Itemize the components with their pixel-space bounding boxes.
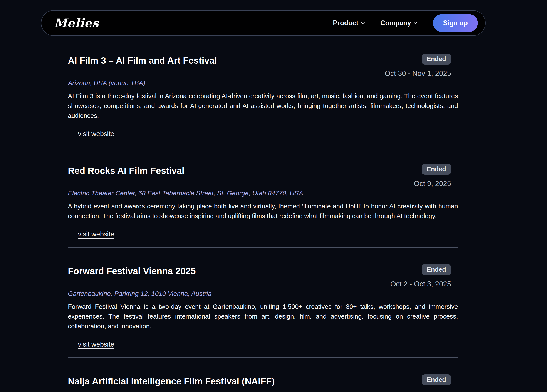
status-badge: Ended xyxy=(422,374,451,385)
nav-item-product[interactable]: Product xyxy=(333,19,364,27)
status-badge: Ended xyxy=(422,164,451,175)
event-card-header: AI Film 3 – AI Film and Art Festival End… xyxy=(68,55,458,78)
event-title: Naija Artificial Intelligence Film Festi… xyxy=(68,376,275,386)
event-card: Red Rocks AI Film Festival Ended Oct 9, … xyxy=(68,147,458,248)
brand-logo[interactable]: Melies xyxy=(54,16,99,30)
event-list: AI Film 3 – AI Film and Art Festival End… xyxy=(68,36,458,392)
event-meta: Ended Oct 2 - Oct 3, 2025 xyxy=(390,264,458,288)
event-date: Oct 9, 2025 xyxy=(414,179,451,188)
link-row: visit website xyxy=(78,340,458,348)
event-title: Red Rocks AI Film Festival xyxy=(68,165,184,176)
event-title: Forward Festival Vienna 2025 xyxy=(68,266,196,276)
visit-website-link[interactable]: visit website xyxy=(78,230,114,238)
event-card: AI Film 3 – AI Film and Art Festival End… xyxy=(68,55,458,147)
nav-menu: Product Company Sign up xyxy=(333,14,478,32)
nav-item-company[interactable]: Company xyxy=(380,19,417,27)
event-description: AI Film 3 is a three-day festival in Ari… xyxy=(68,91,458,120)
nav-item-company-label: Company xyxy=(380,19,411,27)
nav-item-product-label: Product xyxy=(333,19,358,27)
navbar: Melies Product Company Sign up xyxy=(41,10,486,36)
event-card-header: Red Rocks AI Film Festival Ended Oct 9, … xyxy=(68,165,458,188)
event-card-header: Forward Festival Vienna 2025 Ended Oct 2… xyxy=(68,266,458,288)
signup-button[interactable]: Sign up xyxy=(433,14,478,32)
event-date: Oct 2 - Oct 3, 2025 xyxy=(390,280,451,288)
event-location: Arizona, USA (venue TBA) xyxy=(68,79,458,87)
event-meta: Ended Oct 30 - Nov 1, 2025 xyxy=(385,54,458,78)
chevron-down-icon xyxy=(414,20,417,24)
event-card-header: Naija Artificial Intelligence Film Festi… xyxy=(68,376,458,386)
event-description: A hybrid event and awards ceremony takin… xyxy=(68,201,458,221)
event-description: Forward Festival Vienna is a two-day eve… xyxy=(68,302,458,331)
event-date: Oct 30 - Nov 1, 2025 xyxy=(385,69,451,78)
link-row: visit website xyxy=(78,130,458,138)
status-badge: Ended xyxy=(422,54,451,65)
chevron-down-icon xyxy=(361,20,365,24)
event-location: Electric Theater Center, 68 East Taberna… xyxy=(68,189,458,197)
event-meta: Ended Oct 9, 2025 xyxy=(414,164,458,188)
event-card: Naija Artificial Intelligence Film Festi… xyxy=(68,358,458,392)
visit-website-link[interactable]: visit website xyxy=(78,340,114,348)
link-row: visit website xyxy=(78,230,458,238)
visit-website-link[interactable]: visit website xyxy=(78,130,114,138)
event-meta: Ended xyxy=(422,374,458,385)
event-card: Forward Festival Vienna 2025 Ended Oct 2… xyxy=(68,248,458,358)
event-title: AI Film 3 – AI Film and Art Festival xyxy=(68,55,217,66)
status-badge: Ended xyxy=(422,264,451,275)
event-location: Gartenbaukino, Parkring 12, 1010 Vienna,… xyxy=(68,290,458,297)
